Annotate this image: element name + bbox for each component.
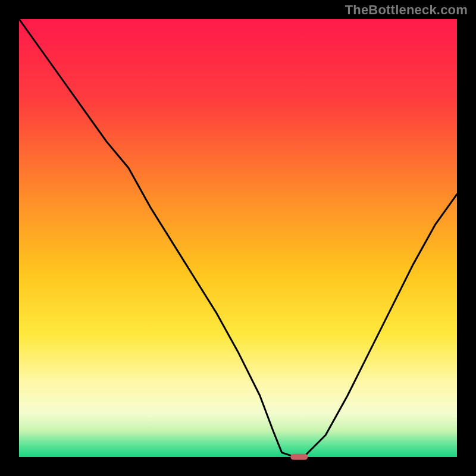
chart-frame: TheBottleneck.com bbox=[0, 0, 476, 476]
plot-area bbox=[19, 19, 457, 457]
line-chart bbox=[19, 19, 457, 457]
bottleneck-curve bbox=[19, 19, 457, 457]
watermark-text: TheBottleneck.com bbox=[345, 4, 468, 17]
optimal-marker bbox=[290, 454, 308, 460]
